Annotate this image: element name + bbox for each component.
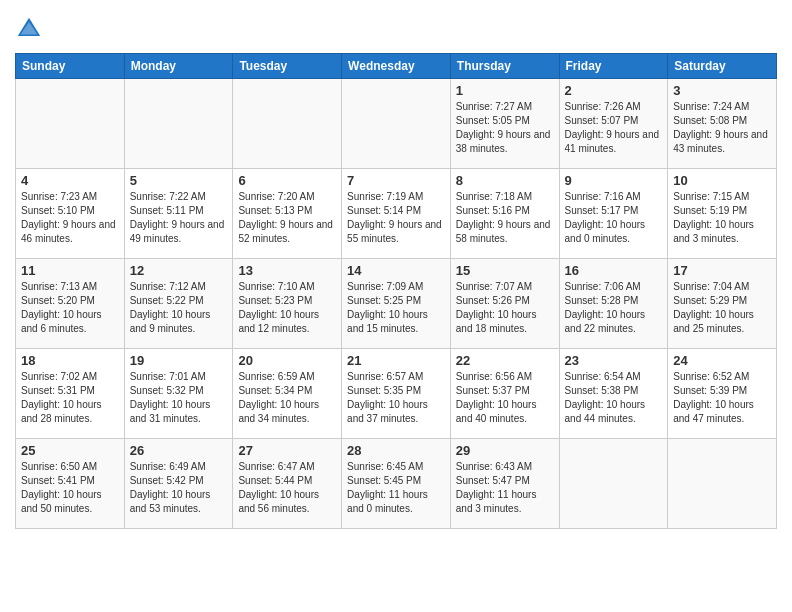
header-day-thursday: Thursday (450, 54, 559, 79)
calendar-cell: 5Sunrise: 7:22 AMSunset: 5:11 PMDaylight… (124, 169, 233, 259)
day-number: 26 (130, 443, 228, 458)
day-info: Sunrise: 7:07 AMSunset: 5:26 PMDaylight:… (456, 280, 554, 336)
calendar-row-0: 1Sunrise: 7:27 AMSunset: 5:05 PMDaylight… (16, 79, 777, 169)
day-info: Sunrise: 7:24 AMSunset: 5:08 PMDaylight:… (673, 100, 771, 156)
day-info: Sunrise: 7:23 AMSunset: 5:10 PMDaylight:… (21, 190, 119, 246)
day-number: 12 (130, 263, 228, 278)
day-number: 2 (565, 83, 663, 98)
day-info: Sunrise: 7:15 AMSunset: 5:19 PMDaylight:… (673, 190, 771, 246)
header-day-wednesday: Wednesday (342, 54, 451, 79)
header-day-saturday: Saturday (668, 54, 777, 79)
calendar-cell: 8Sunrise: 7:18 AMSunset: 5:16 PMDaylight… (450, 169, 559, 259)
calendar-cell: 18Sunrise: 7:02 AMSunset: 5:31 PMDayligh… (16, 349, 125, 439)
day-number: 10 (673, 173, 771, 188)
day-number: 17 (673, 263, 771, 278)
day-info: Sunrise: 6:50 AMSunset: 5:41 PMDaylight:… (21, 460, 119, 516)
day-number: 6 (238, 173, 336, 188)
calendar-cell: 16Sunrise: 7:06 AMSunset: 5:28 PMDayligh… (559, 259, 668, 349)
day-info: Sunrise: 6:59 AMSunset: 5:34 PMDaylight:… (238, 370, 336, 426)
calendar-cell: 28Sunrise: 6:45 AMSunset: 5:45 PMDayligh… (342, 439, 451, 529)
calendar-body: 1Sunrise: 7:27 AMSunset: 5:05 PMDaylight… (16, 79, 777, 529)
calendar-cell: 22Sunrise: 6:56 AMSunset: 5:37 PMDayligh… (450, 349, 559, 439)
calendar-header: SundayMondayTuesdayWednesdayThursdayFrid… (16, 54, 777, 79)
calendar-cell: 26Sunrise: 6:49 AMSunset: 5:42 PMDayligh… (124, 439, 233, 529)
day-number: 15 (456, 263, 554, 278)
calendar-cell (668, 439, 777, 529)
header-day-monday: Monday (124, 54, 233, 79)
calendar-cell (124, 79, 233, 169)
calendar-row-4: 25Sunrise: 6:50 AMSunset: 5:41 PMDayligh… (16, 439, 777, 529)
day-info: Sunrise: 6:43 AMSunset: 5:47 PMDaylight:… (456, 460, 554, 516)
calendar-row-1: 4Sunrise: 7:23 AMSunset: 5:10 PMDaylight… (16, 169, 777, 259)
calendar-cell: 4Sunrise: 7:23 AMSunset: 5:10 PMDaylight… (16, 169, 125, 259)
day-info: Sunrise: 7:02 AMSunset: 5:31 PMDaylight:… (21, 370, 119, 426)
header-day-sunday: Sunday (16, 54, 125, 79)
day-info: Sunrise: 6:45 AMSunset: 5:45 PMDaylight:… (347, 460, 445, 516)
day-number: 9 (565, 173, 663, 188)
calendar-cell: 23Sunrise: 6:54 AMSunset: 5:38 PMDayligh… (559, 349, 668, 439)
day-info: Sunrise: 7:27 AMSunset: 5:05 PMDaylight:… (456, 100, 554, 156)
day-info: Sunrise: 6:47 AMSunset: 5:44 PMDaylight:… (238, 460, 336, 516)
calendar-cell: 15Sunrise: 7:07 AMSunset: 5:26 PMDayligh… (450, 259, 559, 349)
calendar-cell: 9Sunrise: 7:16 AMSunset: 5:17 PMDaylight… (559, 169, 668, 259)
calendar-cell: 14Sunrise: 7:09 AMSunset: 5:25 PMDayligh… (342, 259, 451, 349)
calendar-cell: 6Sunrise: 7:20 AMSunset: 5:13 PMDaylight… (233, 169, 342, 259)
page-header (15, 15, 777, 43)
calendar-cell: 7Sunrise: 7:19 AMSunset: 5:14 PMDaylight… (342, 169, 451, 259)
calendar-cell: 12Sunrise: 7:12 AMSunset: 5:22 PMDayligh… (124, 259, 233, 349)
calendar-cell (16, 79, 125, 169)
day-number: 14 (347, 263, 445, 278)
day-number: 8 (456, 173, 554, 188)
day-number: 16 (565, 263, 663, 278)
day-info: Sunrise: 7:01 AMSunset: 5:32 PMDaylight:… (130, 370, 228, 426)
day-info: Sunrise: 7:09 AMSunset: 5:25 PMDaylight:… (347, 280, 445, 336)
day-number: 7 (347, 173, 445, 188)
day-info: Sunrise: 6:54 AMSunset: 5:38 PMDaylight:… (565, 370, 663, 426)
calendar-cell: 19Sunrise: 7:01 AMSunset: 5:32 PMDayligh… (124, 349, 233, 439)
day-info: Sunrise: 6:49 AMSunset: 5:42 PMDaylight:… (130, 460, 228, 516)
day-info: Sunrise: 7:19 AMSunset: 5:14 PMDaylight:… (347, 190, 445, 246)
calendar-row-3: 18Sunrise: 7:02 AMSunset: 5:31 PMDayligh… (16, 349, 777, 439)
day-info: Sunrise: 7:26 AMSunset: 5:07 PMDaylight:… (565, 100, 663, 156)
day-number: 5 (130, 173, 228, 188)
calendar-cell: 17Sunrise: 7:04 AMSunset: 5:29 PMDayligh… (668, 259, 777, 349)
day-info: Sunrise: 6:52 AMSunset: 5:39 PMDaylight:… (673, 370, 771, 426)
calendar-cell: 11Sunrise: 7:13 AMSunset: 5:20 PMDayligh… (16, 259, 125, 349)
calendar-cell: 21Sunrise: 6:57 AMSunset: 5:35 PMDayligh… (342, 349, 451, 439)
day-number: 22 (456, 353, 554, 368)
day-info: Sunrise: 7:20 AMSunset: 5:13 PMDaylight:… (238, 190, 336, 246)
day-info: Sunrise: 7:13 AMSunset: 5:20 PMDaylight:… (21, 280, 119, 336)
day-info: Sunrise: 7:16 AMSunset: 5:17 PMDaylight:… (565, 190, 663, 246)
day-info: Sunrise: 7:12 AMSunset: 5:22 PMDaylight:… (130, 280, 228, 336)
day-number: 23 (565, 353, 663, 368)
day-info: Sunrise: 7:18 AMSunset: 5:16 PMDaylight:… (456, 190, 554, 246)
header-row: SundayMondayTuesdayWednesdayThursdayFrid… (16, 54, 777, 79)
day-number: 20 (238, 353, 336, 368)
day-info: Sunrise: 6:56 AMSunset: 5:37 PMDaylight:… (456, 370, 554, 426)
header-day-tuesday: Tuesday (233, 54, 342, 79)
day-number: 19 (130, 353, 228, 368)
calendar-cell: 27Sunrise: 6:47 AMSunset: 5:44 PMDayligh… (233, 439, 342, 529)
day-number: 1 (456, 83, 554, 98)
calendar-cell (559, 439, 668, 529)
day-info: Sunrise: 7:10 AMSunset: 5:23 PMDaylight:… (238, 280, 336, 336)
day-number: 4 (21, 173, 119, 188)
day-number: 18 (21, 353, 119, 368)
calendar-cell: 2Sunrise: 7:26 AMSunset: 5:07 PMDaylight… (559, 79, 668, 169)
logo (15, 15, 47, 43)
calendar-cell: 1Sunrise: 7:27 AMSunset: 5:05 PMDaylight… (450, 79, 559, 169)
calendar-table: SundayMondayTuesdayWednesdayThursdayFrid… (15, 53, 777, 529)
calendar-row-2: 11Sunrise: 7:13 AMSunset: 5:20 PMDayligh… (16, 259, 777, 349)
day-number: 27 (238, 443, 336, 458)
day-info: Sunrise: 6:57 AMSunset: 5:35 PMDaylight:… (347, 370, 445, 426)
calendar-cell: 13Sunrise: 7:10 AMSunset: 5:23 PMDayligh… (233, 259, 342, 349)
day-number: 3 (673, 83, 771, 98)
day-number: 11 (21, 263, 119, 278)
day-number: 13 (238, 263, 336, 278)
calendar-cell: 3Sunrise: 7:24 AMSunset: 5:08 PMDaylight… (668, 79, 777, 169)
day-number: 21 (347, 353, 445, 368)
day-number: 29 (456, 443, 554, 458)
logo-icon (15, 15, 43, 43)
day-number: 28 (347, 443, 445, 458)
calendar-cell (342, 79, 451, 169)
